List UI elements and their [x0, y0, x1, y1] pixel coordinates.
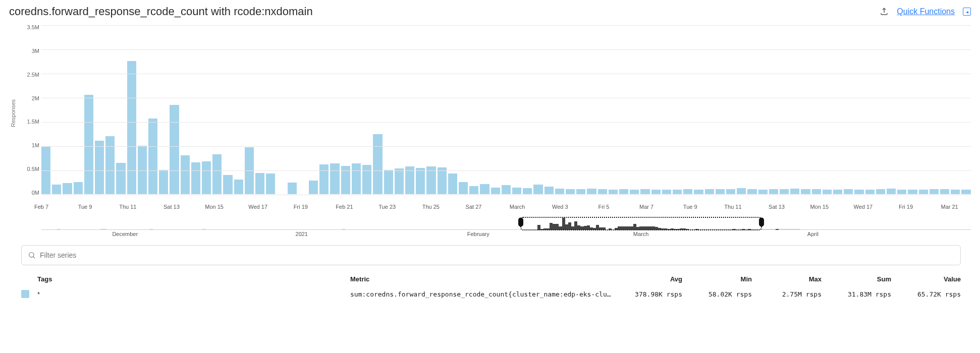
bar[interactable] [555, 189, 564, 194]
th-value[interactable]: Value [895, 275, 961, 283]
bar[interactable] [212, 154, 222, 194]
bar[interactable] [651, 190, 661, 194]
bar[interactable] [587, 189, 596, 194]
bar[interactable] [448, 173, 457, 194]
chart-plot[interactable] [41, 22, 971, 198]
bar[interactable] [373, 134, 382, 194]
overview-scrubber[interactable]: December2021FebruaryMarchApril [41, 218, 971, 236]
bar[interactable] [234, 180, 243, 194]
bar[interactable] [833, 190, 842, 194]
bar[interactable] [512, 188, 521, 194]
bar[interactable] [854, 190, 863, 194]
bar[interactable] [566, 189, 575, 194]
bar[interactable] [266, 173, 275, 194]
bar[interactable] [533, 185, 542, 194]
bar[interactable] [523, 188, 532, 194]
bar[interactable] [395, 168, 404, 194]
bar[interactable] [52, 185, 61, 194]
bar[interactable] [887, 189, 896, 194]
bar[interactable] [619, 189, 628, 194]
filter-series-row[interactable] [21, 245, 961, 265]
bar[interactable] [769, 189, 778, 194]
bar[interactable] [576, 189, 585, 194]
bar[interactable] [255, 173, 264, 194]
bar[interactable] [384, 170, 393, 194]
bar[interactable] [609, 190, 618, 194]
bar[interactable] [844, 189, 853, 194]
bar[interactable] [694, 190, 703, 194]
bar[interactable] [930, 189, 939, 194]
overview-axis: December2021FebruaryMarchApril [41, 231, 971, 238]
bar[interactable] [726, 189, 735, 194]
bar[interactable] [716, 189, 725, 194]
bar[interactable] [416, 168, 425, 194]
bar[interactable] [330, 163, 339, 194]
bar[interactable] [63, 183, 72, 194]
bar[interactable] [908, 190, 917, 194]
bar[interactable] [491, 188, 500, 194]
collapse-icon[interactable]: ◂ [963, 8, 971, 16]
x-tick: Feb 21 [336, 204, 353, 210]
bar[interactable] [202, 161, 211, 194]
th-min[interactable]: Min [686, 275, 752, 283]
bar[interactable] [705, 189, 714, 194]
bar[interactable] [319, 164, 329, 194]
bar[interactable] [545, 187, 554, 194]
y-tick: 1M [32, 142, 39, 148]
bar[interactable] [812, 189, 821, 194]
overview-handle-left[interactable] [518, 217, 523, 226]
bar[interactable] [876, 189, 885, 194]
bar[interactable] [790, 189, 799, 194]
bar[interactable] [74, 182, 83, 194]
bar[interactable] [673, 190, 682, 194]
th-sum[interactable]: Sum [826, 275, 891, 283]
bar[interactable] [138, 146, 147, 194]
bar[interactable] [801, 189, 810, 194]
bar[interactable] [469, 186, 478, 194]
bar[interactable] [780, 189, 789, 194]
bar[interactable] [459, 182, 468, 194]
bar[interactable] [116, 163, 125, 194]
bar[interactable] [480, 184, 489, 194]
quick-functions-link[interactable]: Quick Functions [897, 7, 955, 16]
bar[interactable] [223, 175, 232, 194]
bar[interactable] [940, 189, 949, 194]
bar[interactable] [683, 189, 692, 194]
bar[interactable] [309, 181, 318, 194]
bar[interactable] [288, 183, 297, 194]
bar[interactable] [170, 105, 179, 194]
bar[interactable] [747, 189, 756, 194]
bar[interactable] [95, 141, 104, 194]
th-max[interactable]: Max [756, 275, 822, 283]
bar[interactable] [897, 190, 906, 194]
bar[interactable] [84, 95, 93, 194]
export-icon[interactable] [880, 7, 889, 16]
bar[interactable] [919, 190, 928, 194]
bar[interactable] [191, 162, 200, 194]
x-tick: Mar 7 [639, 204, 654, 210]
bar[interactable] [662, 190, 671, 194]
bar[interactable] [502, 185, 511, 194]
th-avg[interactable]: Avg [617, 275, 682, 283]
bar[interactable] [737, 188, 746, 194]
bar[interactable] [148, 119, 157, 194]
bar[interactable] [159, 170, 168, 194]
bar[interactable] [865, 190, 875, 194]
bar[interactable] [352, 163, 361, 194]
bar[interactable] [362, 165, 371, 194]
bar[interactable] [438, 167, 447, 194]
overview-selection[interactable] [520, 217, 762, 230]
bar[interactable] [758, 190, 768, 194]
filter-series-input[interactable] [40, 251, 954, 259]
bar[interactable] [823, 190, 832, 194]
bar[interactable] [961, 190, 970, 194]
bar[interactable] [630, 190, 639, 194]
bar[interactable] [640, 189, 649, 194]
bar[interactable] [181, 155, 190, 194]
bar[interactable] [598, 189, 607, 194]
overview-handle-right[interactable] [759, 217, 764, 226]
table-row[interactable]: * sum:coredns.forward_response_rcode_cou… [21, 286, 961, 302]
bar[interactable] [951, 190, 960, 194]
bar[interactable] [105, 136, 115, 194]
bar[interactable] [127, 61, 136, 194]
